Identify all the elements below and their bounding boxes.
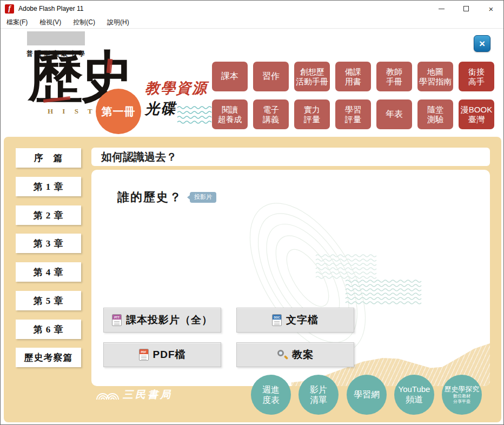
sidebar-item-chapter-4[interactable]: 第 4 章 xyxy=(16,262,81,282)
button-bridging-expert[interactable]: 銜接高手 xyxy=(459,62,494,91)
maximize-icon xyxy=(463,6,469,11)
button-pdf-file[interactable]: PDF PDF檔 xyxy=(103,342,221,367)
button-activity-handbook[interactable]: 創想歷活動手冊 xyxy=(294,62,330,91)
window-title: Adobe Flash Player 11 xyxy=(18,5,84,12)
button-text-file[interactable]: DOC 文字檔 xyxy=(236,308,354,333)
wave-decoration xyxy=(177,104,213,127)
menu-view[interactable]: 檢視(V) xyxy=(34,18,67,27)
link-history-inquiry-platform[interactable]: 歷史學探究 數位教材 分享平臺 xyxy=(442,375,482,415)
button-e-lecture-notes[interactable]: 電子講義 xyxy=(253,99,289,129)
publisher-name: 三民書局 xyxy=(123,388,173,402)
menu-help[interactable]: 說明(H) xyxy=(101,18,135,27)
button-quiz[interactable]: 隨堂測驗 xyxy=(417,99,453,129)
magnifier-icon xyxy=(277,349,288,360)
slides-badge[interactable]: 投影片 xyxy=(190,192,216,203)
app-close-button[interactable]: × xyxy=(474,35,490,52)
menu-file[interactable]: 檔案(F) xyxy=(1,18,34,27)
button-slides-all[interactable]: PTT 課本投影片（全） xyxy=(103,308,221,333)
maximize-button[interactable] xyxy=(454,1,479,17)
title-bar: f Adobe Flash Player 11 × xyxy=(1,1,503,17)
volume-badge: 第一冊 xyxy=(96,89,141,134)
button-chronology[interactable]: 年表 xyxy=(376,99,412,129)
button-learning-assessment[interactable]: 學習評量 xyxy=(335,99,371,129)
sidebar-item-field-study[interactable]: 歷史考察篇 xyxy=(16,348,81,367)
sidebar-item-intro[interactable]: 序 篇 xyxy=(16,148,81,168)
button-workbook[interactable]: 習作 xyxy=(253,62,289,91)
pdf-file-icon: PDF xyxy=(139,349,149,361)
menu-control[interactable]: 控制(C) xyxy=(67,18,101,27)
link-weekly-schedule[interactable]: 週進度表 xyxy=(251,375,291,415)
publisher-arches-icon xyxy=(96,387,120,403)
close-icon: × xyxy=(489,5,494,13)
doc-file-icon: DOC xyxy=(272,314,282,326)
button-comic-book-taiwan[interactable]: 漫BOOK臺灣 xyxy=(459,99,494,129)
resource-type-label: 教學資源 xyxy=(145,78,208,98)
ppt-file-icon: PTT xyxy=(112,314,122,326)
button-ability-assessment[interactable]: 實力評量 xyxy=(294,99,330,129)
button-textbook[interactable]: 課本 xyxy=(212,62,248,91)
minimize-button[interactable] xyxy=(429,1,454,17)
button-map-study-guide[interactable]: 地圖學習指南 xyxy=(417,62,453,91)
header-section: 普通型高級中學 歷史 H I S T O R Y 第一冊 教學資源 光碟 × 課… xyxy=(1,29,503,137)
media-type-label: 光碟 xyxy=(145,99,176,118)
resource-button-grid: 課本 習作 創想歷活動手冊 備課用書 教師手冊 地圖學習指南 銜接高手 閱讀超養… xyxy=(212,62,494,129)
content-panel: 誰的歷史？ 投影片 PTT 課本投影片（全） DOC 文字檔 PDF PDF檔 … xyxy=(91,170,490,386)
link-video-list[interactable]: 影片清單 xyxy=(299,375,339,415)
topic-link[interactable]: 誰的歷史？ 投影片 xyxy=(117,189,216,205)
window-controls: × xyxy=(429,1,503,17)
button-lesson-plan[interactable]: 教案 xyxy=(236,342,354,367)
link-youtube-channel[interactable]: YouTube頻道 xyxy=(394,375,434,415)
button-teacher-manual[interactable]: 教師手冊 xyxy=(376,62,412,91)
section-title: 如何認識過去？ xyxy=(91,148,490,166)
minimize-icon xyxy=(439,9,445,9)
topic-title: 誰的歷史？ xyxy=(117,189,182,205)
sidebar-item-chapter-2[interactable]: 第 2 章 xyxy=(16,205,81,225)
sidebar-item-chapter-6[interactable]: 第 6 章 xyxy=(16,320,81,339)
button-reading-training[interactable]: 閱讀超養成 xyxy=(212,99,248,129)
close-button[interactable]: × xyxy=(479,1,503,17)
sidebar-item-chapter-5[interactable]: 第 5 章 xyxy=(16,291,81,310)
redacted-area xyxy=(27,31,85,45)
flash-app-icon: f xyxy=(5,4,14,14)
sidebar-item-chapter-1[interactable]: 第 1 章 xyxy=(16,177,81,196)
sidebar-item-chapter-3[interactable]: 第 3 章 xyxy=(16,234,81,253)
menu-bar: 檔案(F) 檢視(V) 控制(C) 說明(H) xyxy=(1,17,503,29)
flash-player-window: f Adobe Flash Player 11 × 檔案(F) 檢視(V) 控制… xyxy=(0,0,504,425)
link-learning-site[interactable]: 學習網 xyxy=(347,375,387,415)
button-lesson-prep-book[interactable]: 備課用書 xyxy=(335,62,371,91)
main-frame: 序 篇 第 1 章 第 2 章 第 3 章 第 4 章 第 5 章 第 6 章 … xyxy=(4,137,501,422)
publisher-logo: 三民書局 xyxy=(96,387,173,403)
